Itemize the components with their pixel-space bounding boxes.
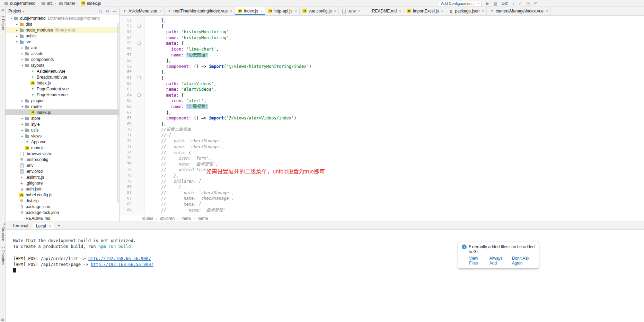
close-tab-icon[interactable]: × (295, 9, 297, 13)
breadcrumb-src[interactable]: src (40, 1, 54, 6)
code-line[interactable]: meta: { (146, 41, 644, 46)
tree-item-dist-zip[interactable]: ▤dist.zip (6, 198, 119, 204)
tab-realtimemonitoring-index-vue[interactable]: ▼realTimeMonitoring\index.vue× (165, 7, 235, 15)
settings-gear-icon[interactable]: ⚙ (106, 9, 109, 14)
chevron-right-icon[interactable]: ▸ (20, 58, 25, 61)
chevron-right-icon[interactable]: ▸ (20, 134, 25, 138)
tree-item-main-js[interactable]: JSmain.js (6, 145, 119, 151)
close-tab-icon[interactable]: × (441, 9, 443, 13)
tree-item-env[interactable]: .env (6, 162, 119, 168)
close-tab-icon[interactable]: × (546, 9, 548, 13)
code-line[interactable]: // name: '盘点管理', (146, 161, 644, 167)
chevron-right-icon[interactable]: ▸ (20, 128, 25, 132)
tab-package-json[interactable]: {}package.json× (446, 7, 487, 15)
toolwindow-toggle-icon[interactable]: ▦ (1, 318, 4, 321)
fold-marker-icon[interactable] (138, 42, 141, 45)
close-tab-icon[interactable]: × (482, 9, 484, 13)
code-line[interactable]: name: '告警视频' (146, 104, 644, 110)
tree-item-style[interactable]: ▸style (6, 121, 119, 127)
tree-item-plugins[interactable]: ▸plugins (6, 98, 119, 104)
terminal-link[interactable]: http://192.168.66.56:9007 (88, 256, 151, 261)
code-line[interactable]: component: () => import('@/views/alarmVi… (146, 115, 644, 121)
code-line[interactable]: }, (146, 121, 644, 127)
tree-item-dist[interactable]: ▸dist (6, 21, 119, 27)
code-line[interactable]: // { (146, 133, 644, 138)
close-tab-icon[interactable]: × (261, 9, 263, 13)
add-configuration-button[interactable]: Add Configuration... ▾ (438, 1, 482, 6)
code-line[interactable]: { (146, 75, 644, 81)
hide-panel-icon[interactable]: — (113, 9, 116, 14)
tree-item-readme-md[interactable]: MDREADME.md (6, 215, 119, 221)
project-scrollbar[interactable] (117, 23, 118, 203)
toolwindow-1-project[interactable]: 1: Project (1, 12, 5, 33)
chevron-right-icon[interactable]: ▸ (20, 123, 25, 126)
toolwindow-2-favorites[interactable]: 2: Favorites (1, 244, 5, 267)
code-line[interactable]: name: 'historyMonitoring', (146, 35, 644, 41)
breadcrumb-children[interactable]: children (160, 216, 175, 221)
code-line[interactable]: component: () => import('@/views/history… (146, 64, 644, 70)
code-line[interactable]: }, (146, 69, 644, 75)
breadcrumb-meta[interactable]: meta (182, 216, 191, 221)
git-commit-icon[interactable]: ✓ (518, 1, 522, 6)
chevron-down-icon[interactable]: ▾ (9, 17, 14, 20)
new-terminal-icon[interactable]: + (58, 223, 60, 228)
tree-item-public[interactable]: ▸public (6, 33, 119, 39)
tree-item-src[interactable]: ▾src (6, 39, 119, 45)
tree-item-app-vue[interactable]: ▼App.vue (6, 139, 119, 145)
close-tab-icon[interactable]: × (334, 9, 336, 13)
tab-cameramanage-index-vue[interactable]: ▼cameraManage\index.vue× (487, 7, 551, 15)
chevron-down-icon[interactable]: ▾ (20, 105, 25, 108)
tree-item-eslintrc-js[interactable]: ●.eslintrc.js (6, 174, 119, 180)
code-line[interactable]: //设置二级菜单 (146, 127, 644, 133)
code-line[interactable]: icon: 'line-chart', (146, 46, 644, 52)
tree-item-babel-config-js[interactable]: JSbabel.config.js (6, 192, 119, 198)
tab-env[interactable]: .env× (339, 7, 363, 15)
tool-windows-icon[interactable]: ▦ (493, 1, 497, 6)
fold-marker-icon[interactable] (138, 76, 141, 79)
git-update-icon[interactable]: ↓ (512, 1, 514, 6)
breadcrumb-router[interactable]: router (57, 1, 76, 6)
code-line[interactable]: // path: 'checkManage', (146, 190, 644, 196)
breadcrumb-index-js[interactable]: JSindex.js (80, 1, 102, 6)
code-lines[interactable]: }, { path: 'historyMonitoring', name: 'h… (144, 16, 644, 215)
chevron-right-icon[interactable]: ▸ (20, 99, 25, 102)
code-line[interactable]: { (146, 24, 644, 29)
fold-marker-icon[interactable] (138, 93, 141, 97)
tab-vue-config-js[interactable]: JSvue.config.js× (300, 7, 339, 15)
chevron-down-icon[interactable]: ▾ (20, 64, 25, 67)
code-line[interactable]: // children: [ (146, 179, 644, 185)
code-line[interactable]: name: 'alarmVideos', (146, 87, 644, 92)
terminal-link[interactable]: http://192.168.66.56:9007 (91, 262, 153, 267)
tree-item-layouts[interactable]: ▾layouts (6, 62, 119, 68)
code-line[interactable]: // name: '盘点管理' (146, 207, 644, 213)
close-terminal-tab-icon[interactable]: × (49, 224, 51, 228)
chevron-down-icon[interactable]: ▾ (15, 40, 19, 44)
terminal-output[interactable]: Note that the development build is not o… (6, 230, 644, 274)
breadcrumb-duoji-frontend[interactable]: duoji-frontend (3, 1, 36, 6)
tree-item-editorconfig[interactable]: ⚙.editorconfig (6, 156, 119, 162)
code-line[interactable]: name: '历史数据' (146, 52, 644, 58)
code-line[interactable]: path: 'alarmVideos', (146, 81, 644, 87)
locate-file-icon[interactable]: ◎ (99, 9, 103, 14)
code-line[interactable]: // meta: { (146, 150, 644, 156)
tab-http-api-js[interactable]: JShttp-api.js× (265, 7, 300, 15)
tree-item-auth-json[interactable]: {}auth.json (6, 186, 119, 192)
chevron-right-icon[interactable]: ▸ (15, 28, 19, 32)
tree-item-breadcrumb-vue[interactable]: ▼Breadcrumb.vue (6, 74, 119, 80)
run-icon[interactable]: ▶ (486, 1, 489, 6)
terminal-tab-local[interactable]: Local × (33, 223, 54, 230)
fold-marker-icon[interactable] (138, 25, 141, 28)
tree-item-browserslistrc[interactable]: .browserslistrc (6, 151, 119, 156)
close-tab-icon[interactable]: × (160, 9, 162, 13)
code-line[interactable]: path: 'historyMonitoring', (146, 29, 644, 35)
tab-readme-md[interactable]: MDREADME.md× (363, 7, 404, 15)
tree-item-package-json[interactable]: {}package.json (6, 204, 119, 209)
tree-item-store[interactable]: ▸store (6, 115, 119, 121)
tab-asidemenu-vue[interactable]: ▼AsideMenu.vue× (120, 7, 165, 15)
tree-item-index-js[interactable]: JSindex.js (6, 80, 119, 86)
close-tab-icon[interactable]: × (358, 9, 360, 13)
tree-item-api[interactable]: ▸api (6, 45, 119, 51)
code-line[interactable]: // { (146, 184, 644, 190)
close-tab-icon[interactable]: × (399, 9, 401, 13)
code-line[interactable]: icon: 'alert', (146, 98, 644, 104)
